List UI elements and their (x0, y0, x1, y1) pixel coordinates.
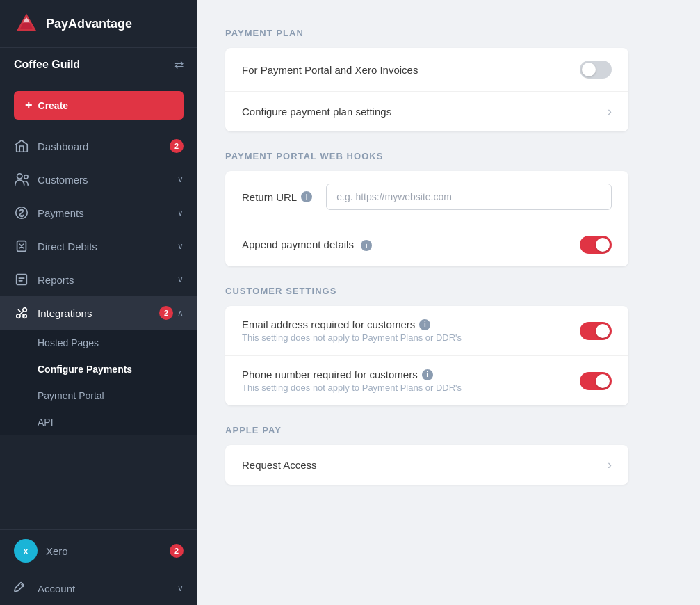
reports-icon (14, 272, 29, 287)
integrations-chevron: ∧ (177, 308, 184, 318)
payments-icon (14, 205, 29, 220)
sidebar-item-integrations[interactable]: Integrations 2 ∧ (0, 296, 197, 330)
svg-rect-6 (17, 275, 27, 285)
payment-portal-toggle-row: For Payment Portal and Xero Invoices (225, 48, 628, 92)
direct-debits-icon (14, 239, 29, 254)
submenu-api[interactable]: API (0, 409, 197, 435)
logo-text: PayAdvantage (46, 17, 132, 31)
reports-chevron: ∨ (177, 275, 184, 284)
customers-icon (14, 172, 29, 187)
customers-label: Customers (38, 174, 88, 186)
apple-pay-title: APPLE PAY (225, 425, 628, 435)
integrations-submenu: Hosted Pages Configure Payments Payment … (0, 330, 197, 435)
svg-point-4 (24, 175, 28, 179)
payment-plan-section: PAYMENT PLAN For Payment Portal and Xero… (225, 28, 628, 131)
phone-required-toggle[interactable] (580, 372, 612, 390)
integrations-label: Integrations (38, 307, 92, 319)
direct-debits-chevron: ∨ (177, 241, 184, 251)
customer-settings-section: CUSTOMER SETTINGS Email address required… (225, 286, 628, 405)
phone-required-row: Phone number required for customers i Th… (225, 356, 628, 405)
phone-required-label: Phone number required for customers i Th… (242, 369, 462, 393)
main-content: PAYMENT PLAN For Payment Portal and Xero… (197, 0, 700, 605)
sidebar-item-customers[interactable]: Customers ∨ (0, 163, 197, 196)
configure-payment-plan-label: Configure payment plan settings (242, 106, 391, 118)
sidebar-item-direct-debits[interactable]: Direct Debits ∨ (0, 229, 197, 263)
return-url-row: Return URL i (225, 171, 628, 223)
integrations-icon (14, 305, 29, 321)
logo-icon (14, 11, 39, 36)
xero-badge: 2 (170, 544, 184, 558)
sidebar: PayAdvantage Coffee Guild ⇄ + Create Das… (0, 0, 197, 605)
customers-chevron: ∨ (177, 175, 184, 184)
webhooks-section: PAYMENT PORTAL WEB HOOKS Return URL i Ap… (225, 151, 628, 266)
append-payment-row: Append payment details i (225, 223, 628, 266)
sidebar-footer: x Xero 2 Account ∨ (0, 529, 197, 605)
webhooks-title: PAYMENT PORTAL WEB HOOKS (225, 151, 628, 161)
request-access-row[interactable]: Request Access › (225, 445, 628, 485)
return-url-input[interactable] (326, 184, 612, 210)
email-required-label: Email address required for customers i T… (242, 318, 462, 343)
request-access-label: Request Access (242, 459, 317, 471)
return-url-label: Return URL i (242, 191, 312, 203)
home-icon (14, 138, 29, 154)
submenu-hosted-pages[interactable]: Hosted Pages (0, 330, 197, 356)
svg-point-8 (23, 308, 27, 312)
payment-plan-card: For Payment Portal and Xero Invoices Con… (225, 48, 628, 131)
customer-settings-card: Email address required for customers i T… (225, 306, 628, 405)
sidebar-header: PayAdvantage (0, 0, 197, 48)
sidebar-item-payments[interactable]: Payments ∨ (0, 196, 197, 229)
sidebar-item-reports[interactable]: Reports ∨ (0, 263, 197, 296)
submenu-configure-payments[interactable]: Configure Payments (0, 356, 197, 382)
payment-portal-label: For Payment Portal and Xero Invoices (242, 64, 418, 76)
apple-pay-card: Request Access › (225, 445, 628, 485)
configure-payment-plan-chevron: › (608, 104, 612, 119)
create-label: Create (38, 100, 69, 111)
phone-info-icon: i (422, 369, 433, 380)
workspace-name: Coffee Guild (14, 58, 80, 71)
configure-payment-plan-row[interactable]: Configure payment plan settings › (225, 92, 628, 131)
email-info-icon: i (419, 319, 430, 330)
account-label: Account (38, 583, 75, 595)
workspace-row[interactable]: Coffee Guild ⇄ (0, 48, 197, 81)
webhooks-card: Return URL i Append payment details i (225, 171, 628, 266)
xero-logo: x (14, 539, 38, 563)
sidebar-item-xero[interactable]: x Xero 2 (0, 530, 197, 572)
append-payment-label: Append payment details i (242, 239, 372, 251)
payments-label: Payments (38, 207, 84, 219)
plus-icon: + (25, 98, 33, 113)
sidebar-item-account[interactable]: Account ∨ (0, 572, 197, 605)
reports-label: Reports (38, 274, 74, 286)
dashboard-label: Dashboard (38, 140, 88, 152)
request-access-chevron: › (608, 458, 612, 472)
email-required-toggle[interactable] (580, 322, 612, 340)
integrations-badge: 2 (159, 306, 173, 320)
payment-portal-toggle[interactable] (580, 60, 612, 79)
swap-icon[interactable]: ⇄ (174, 58, 184, 71)
svg-point-7 (17, 314, 21, 318)
account-chevron: ∨ (177, 583, 184, 593)
append-payment-info-icon: i (361, 240, 372, 251)
account-icon (14, 581, 29, 596)
customer-settings-title: CUSTOMER SETTINGS (225, 286, 628, 296)
sidebar-item-dashboard[interactable]: Dashboard 2 (0, 129, 197, 163)
apple-pay-section: APPLE PAY Request Access › (225, 425, 628, 485)
email-required-row: Email address required for customers i T… (225, 306, 628, 356)
dashboard-badge: 2 (170, 139, 184, 153)
return-url-info-icon: i (301, 191, 312, 202)
append-payment-toggle[interactable] (580, 236, 612, 254)
submenu-payment-portal[interactable]: Payment Portal (0, 382, 197, 409)
payments-chevron: ∨ (177, 208, 184, 218)
create-button[interactable]: + Create (14, 91, 184, 120)
payment-plan-title: PAYMENT PLAN (225, 28, 628, 38)
direct-debits-label: Direct Debits (38, 241, 97, 252)
svg-point-3 (17, 174, 22, 179)
xero-label: Xero (46, 545, 68, 557)
